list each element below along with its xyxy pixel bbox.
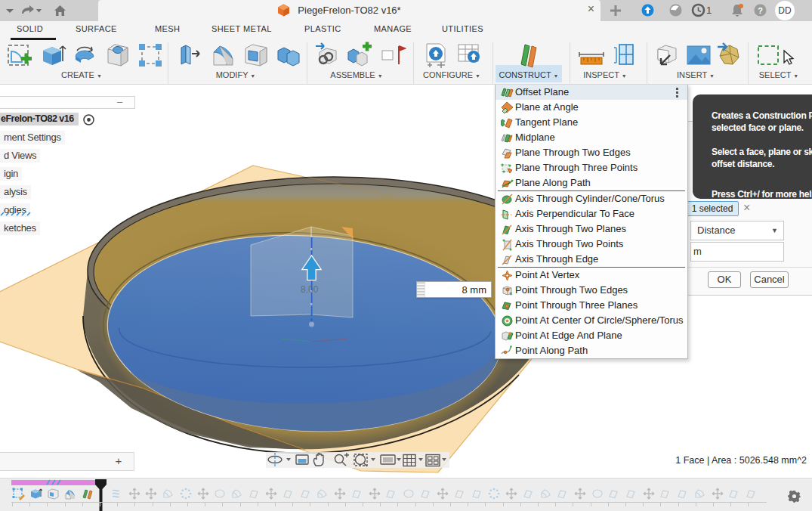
svg-text:?: ? <box>758 6 763 15</box>
svg-text:8.00: 8.00 <box>301 284 319 295</box>
